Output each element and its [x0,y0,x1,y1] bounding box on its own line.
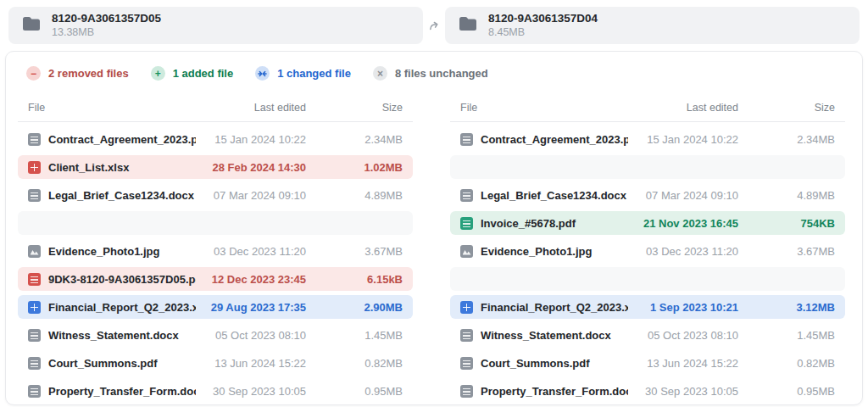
file-type-icon [28,245,41,258]
target-table-body: Contract_Agreement_2023.pdf 15 Jan 2024 … [450,127,845,403]
source-file-table: File Last edited Size Contract_Agreement… [18,102,413,405]
file-row [450,267,845,291]
target-file-table: File Last edited Size Contract_Agreement… [450,102,845,405]
removed-files-label: 2 removed files [48,67,129,80]
file-size: 2.34MB [738,133,835,146]
diff-panel: − 2 removed files + 1 added file 1 chang… [5,51,863,405]
file-row[interactable]: Witness_Statement.docx 05 Oct 2023 08:10… [18,323,413,347]
file-row[interactable]: Evidence_Photo1.jpg 03 Dec 2023 11:20 3.… [18,239,413,263]
file-size: 6.15kB [306,273,403,286]
file-type-icon [460,133,473,146]
target-folder-card[interactable]: 8120-9A3061357D04 8.45MB [445,7,860,44]
file-name: Legal_Brief_Case1234.docx [48,189,196,202]
target-folder-size: 8.45MB [488,26,598,40]
column-header-last-edited: Last edited [196,102,306,114]
file-row[interactable]: Contract_Agreement_2023.pdf 15 Jan 2024 … [450,127,845,151]
file-type-icon [460,385,473,398]
target-table-header: File Last edited Size [450,102,845,122]
file-size: 3.12MB [738,301,835,314]
file-row[interactable]: Financial_Report_Q2_2023.xlsx 1 Sep 2023… [450,295,845,319]
file-name: Property_Transfer_Form.docx [481,385,628,398]
changed-files-label: 1 changed file [277,67,351,80]
file-last-edited: 13 Jun 2024 15:22 [628,357,738,370]
file-type-icon [460,189,473,202]
file-row[interactable]: Evidence_Photo1.jpg 03 Dec 2023 11:20 3.… [450,239,845,263]
file-name: Evidence_Photo1.jpg [48,245,196,258]
file-name: 9DK3-8120-9A3061357D05.pdf [48,273,196,286]
file-last-edited: 07 Mar 2024 09:10 [196,189,306,202]
added-files-badge: + 1 added file [151,66,234,81]
file-row [18,211,413,235]
file-last-edited: 13 Jun 2024 15:22 [196,357,306,370]
file-type-icon [28,329,41,342]
column-header-last-edited: Last edited [628,102,738,114]
source-table-body: Contract_Agreement_2023.pdf 15 Jan 2024 … [18,127,413,403]
unchanged-files-badge: × 8 files unchanged [373,66,488,81]
file-size: 2.34MB [306,133,403,146]
target-folder-name: 8120-9A3061357D04 [488,12,598,26]
file-size: 3.67MB [306,245,403,258]
file-name: Client_List.xlsx [48,161,196,174]
file-size: 4.89MB [306,189,403,202]
file-row[interactable]: Court_Summons.pdf 13 Jun 2024 15:22 0.82… [18,351,413,375]
file-row[interactable]: Legal_Brief_Case1234.docx 07 Mar 2024 09… [450,183,845,207]
removed-files-badge: − 2 removed files [26,66,129,81]
file-name: Witness_Statement.docx [481,329,628,342]
file-type-icon [28,133,41,146]
source-folder-card[interactable]: 8120-9A3061357D05 13.38MB [8,7,423,44]
folder-compare-header: 8120-9A3061357D05 13.38MB 8120-9A3061357… [0,0,868,44]
file-size: 0.82MB [738,357,835,370]
file-last-edited: 03 Dec 2023 11:20 [628,245,738,258]
file-size: 2.90MB [306,301,403,314]
minus-circle-icon: − [26,66,41,81]
file-last-edited: 05 Oct 2023 08:10 [628,329,738,342]
added-files-label: 1 added file [173,67,234,80]
file-row[interactable]: Property_Transfer_Form.docx 30 Sep 2023 … [450,379,845,403]
column-header-size: Size [306,102,403,114]
file-last-edited: 03 Dec 2023 11:20 [196,245,306,258]
file-size: 1.45MB [738,329,835,342]
file-type-icon [460,161,473,174]
file-name: Evidence_Photo1.jpg [481,245,628,258]
file-row[interactable]: Legal_Brief_Case1234.docx 07 Mar 2024 09… [18,183,413,207]
file-row[interactable]: Financial_Report_Q2_2023.xlsx 29 Aug 202… [18,295,413,319]
file-row [450,155,845,179]
file-name: Property_Transfer_Form.docx [48,385,196,398]
plus-circle-icon: + [151,66,165,81]
file-size: 1.45MB [306,329,403,342]
file-row[interactable]: 9DK3-8120-9A3061357D05.pdf 12 Dec 2023 2… [18,267,413,291]
file-type-icon [460,273,473,286]
file-row[interactable]: Witness_Statement.docx 05 Oct 2023 08:10… [450,323,845,347]
unchanged-files-label: 8 files unchanged [395,67,488,80]
column-header-file: File [460,102,628,114]
file-last-edited: 15 Jan 2024 10:22 [628,133,738,146]
file-last-edited: 05 Oct 2023 08:10 [196,329,306,342]
file-name: Court_Summons.pdf [48,357,196,370]
file-name: Witness_Statement.docx [48,329,196,342]
file-last-edited: 28 Feb 2024 14:30 [196,161,306,174]
file-last-edited: 30 Sep 2023 10:05 [628,385,738,398]
file-type-icon [28,217,41,230]
file-name: Contract_Agreement_2023.pdf [48,133,196,146]
file-last-edited: 15 Jan 2024 10:22 [196,133,306,146]
file-last-edited: 1 Sep 2023 10:21 [628,301,738,314]
file-name: Invoice_#5678.pdf [481,217,628,230]
file-row[interactable]: Contract_Agreement_2023.pdf 15 Jan 2024 … [18,127,413,151]
file-size: 0.95MB [306,385,403,398]
file-size: 754KB [738,217,835,230]
file-size: 3.67MB [738,245,835,258]
file-row[interactable]: Court_Summons.pdf 13 Jun 2024 15:22 0.82… [450,351,845,375]
file-type-icon [460,329,473,342]
file-type-icon [28,301,41,314]
file-row[interactable]: Client_List.xlsx 28 Feb 2024 14:30 1.02M… [18,155,413,179]
folder-icon [22,16,41,35]
file-name: Financial_Report_Q2_2023.xlsx [48,301,196,314]
column-header-size: Size [738,102,835,114]
file-row[interactable]: Invoice_#5678.pdf 21 Nov 2023 16:45 754K… [450,211,845,235]
file-name: Court_Summons.pdf [481,357,628,370]
file-type-icon [28,273,41,286]
x-circle-icon: × [373,66,387,81]
swap-arrows-icon [255,66,270,81]
file-row[interactable]: Property_Transfer_Form.docx 30 Sep 2023 … [18,379,413,403]
source-folder-name: 8120-9A3061357D05 [52,12,161,26]
